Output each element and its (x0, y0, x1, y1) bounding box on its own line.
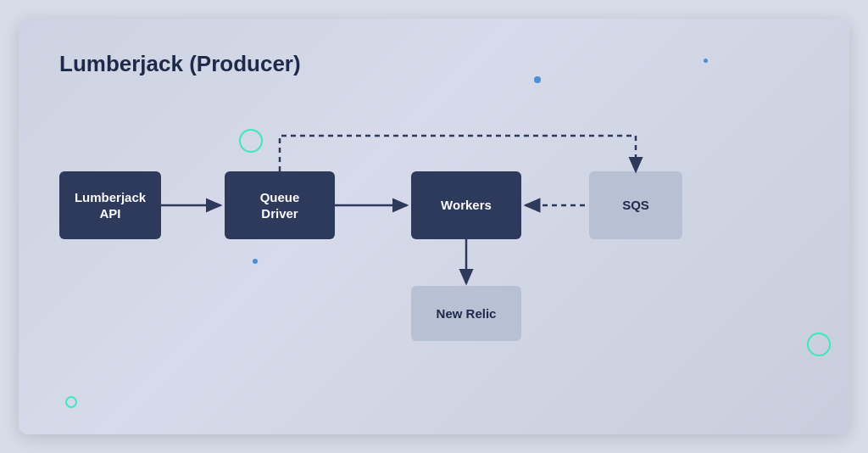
dot-decoration-1 (534, 76, 541, 83)
ring-decoration-3 (65, 396, 77, 408)
slide: Lumberjack (Producer) Lumberjack API Que… (19, 19, 849, 434)
arrow-dashed-arc (280, 136, 636, 171)
dot-decoration-3 (704, 59, 708, 63)
slide-title: Lumberjack (Producer) (59, 51, 301, 77)
ring-decoration-2 (807, 333, 831, 356)
diagram: Lumberjack API Queue Driver Workers SQS … (59, 120, 809, 358)
diagram-arrows (59, 120, 809, 358)
